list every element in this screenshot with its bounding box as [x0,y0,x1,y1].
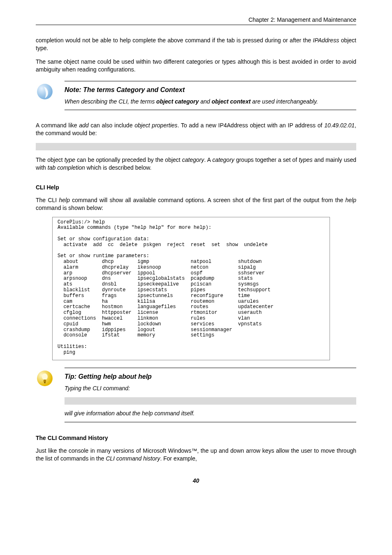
section-heading-cli-help: CLI Help [36,184,356,191]
svg-point-0 [37,84,53,99]
paragraph: completion would not be able to help com… [36,37,356,52]
note-callout: Note: The terms Category and Context Whe… [36,81,356,111]
paragraph: The CLI help command will show all avail… [36,196,356,212]
chapter-title: Chapter 2: Management and Maintenance [249,16,356,23]
svg-rect-4 [44,382,46,383]
code-placeholder-bar [36,143,356,150]
tip-title: Tip: Getting help about help [65,373,356,380]
paragraph: Just like the console in many versions o… [36,447,356,463]
section-heading-cli-history: The CLI Command History [36,435,356,441]
cli-output-box: CorePlus:/> help Available commands (typ… [52,217,330,360]
paragraph: The object type can be optionally preced… [36,156,356,172]
tip-icon [36,369,54,387]
paragraph: A command like add can also include obje… [36,122,356,137]
paragraph: The same object name could be used withi… [36,58,356,74]
note-text: When describing the CLI, the terms objec… [65,98,356,106]
tip-text-1: Typing the CLI command: [65,385,356,393]
tip-text-2: will give information about the help com… [65,410,356,418]
note-title: Note: The terms Category and Context [65,86,356,94]
page-number: 40 [36,477,356,484]
note-icon [36,83,54,101]
tip-callout: Tip: Getting help about help Typing the … [36,368,356,422]
chapter-header: Chapter 2: Management and Maintenance [36,16,356,25]
svg-point-2 [42,373,48,380]
svg-rect-3 [44,380,46,382]
code-placeholder-bar [65,397,356,405]
